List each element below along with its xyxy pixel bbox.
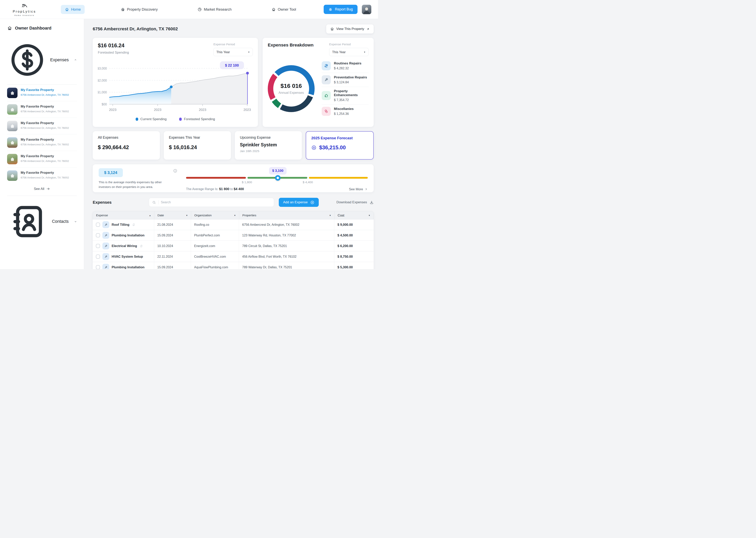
breakdown-item-miscellanies: Miscellanies $ 1,254.36 xyxy=(322,104,368,118)
row-checkbox[interactable] xyxy=(96,254,100,259)
legend-foretasted-spending: Foretasted Spending xyxy=(179,117,215,121)
dollar-circle-icon xyxy=(7,40,47,80)
breakdown-item-routines: Routines Repairs $ 4,282.32 xyxy=(322,59,368,73)
breakdown-legend: Routines Repairs $ 4,282.32 Preventative… xyxy=(322,59,368,118)
external-link-icon xyxy=(366,27,370,31)
nav-owner-tool[interactable]: Owner Tool xyxy=(267,5,300,14)
table-header: Expense▲ Date▼ Organization▼ Properties▼… xyxy=(93,211,374,219)
svg-text:$ 22 100: $ 22 100 xyxy=(225,63,239,67)
table-row[interactable]: HVAC System Setup 22.11.2024 CoolBreezeH… xyxy=(93,251,374,262)
table-row[interactable]: Electrical Wiring 10.10.2024 EnergizeIt.… xyxy=(93,241,374,251)
property-thumbnail xyxy=(7,104,18,115)
table-row[interactable]: Plumbing Installation 15.09.2024 PlumbPe… xyxy=(93,230,374,241)
gavel-icon xyxy=(102,264,109,269)
house-icon xyxy=(330,27,334,31)
report-bug-button[interactable]: Report Bug xyxy=(324,5,357,14)
table-row[interactable]: Roof Tilling 21.08.2024 Roofing.co 6756 … xyxy=(93,219,374,230)
see-more-link[interactable]: See More xyxy=(349,188,368,191)
chevron-down-icon[interactable] xyxy=(74,219,77,224)
property-thumbnail xyxy=(7,170,18,181)
range-min-label: $ 1,800 xyxy=(242,181,252,184)
sidebar: Owner Dashboard Expenses My Favorite Pro… xyxy=(0,19,84,269)
add-expense-button[interactable]: Add an Expense xyxy=(279,198,319,207)
legend-swatch-purple xyxy=(179,118,182,121)
nav-property-discovery[interactable]: Property Discovery xyxy=(117,5,162,14)
row-checkbox[interactable] xyxy=(96,244,100,248)
see-all-link[interactable]: See All xyxy=(7,187,77,191)
sidebar-property-item[interactable]: My Favorite Property 6756 Ambercrest Dr,… xyxy=(7,167,77,184)
repair-sync-icon xyxy=(322,61,331,70)
expenses-table-section: Expenses Add an Expense Download Expense… xyxy=(93,198,374,269)
row-checkbox[interactable] xyxy=(96,265,100,269)
recurring-icon xyxy=(132,223,135,226)
svg-text:$3,000: $3,000 xyxy=(98,67,107,70)
brand-logo[interactable]: PropLytics Home Investors xyxy=(7,3,42,16)
page-title: 6756 Ambercrest Dr, Arlington, TX 76002 xyxy=(93,27,178,31)
gavel-icon xyxy=(322,75,331,84)
table-row[interactable]: Plumbing Installation 15.09.2024 AquaFlo… xyxy=(93,262,374,269)
average-description: This is the average monthly expenses by … xyxy=(99,180,168,189)
column-header-expense[interactable]: Expense▲ xyxy=(93,211,154,219)
svg-text:2023: 2023 xyxy=(109,108,117,112)
bug-icon xyxy=(328,7,333,11)
range-slider-handle[interactable] xyxy=(275,175,281,181)
download-expenses-button[interactable]: Download Expenses xyxy=(336,200,374,204)
main-content: 6756 Ambercrest Dr, Arlington, TX 76002 … xyxy=(84,19,378,269)
breakdown-item-preventative: Preventative Repairs $ 3,124.84 xyxy=(322,73,368,87)
row-checkbox[interactable] xyxy=(96,223,100,227)
house-bars-icon xyxy=(7,26,12,31)
dropdown-caret-icon: ▼ xyxy=(364,51,366,53)
sidebar-owner-dashboard[interactable]: Owner Dashboard xyxy=(7,26,77,31)
upcoming-expense-card: Upcoming Expense Sprinkler System Jan 16… xyxy=(235,131,302,160)
expense-forecast-card[interactable]: 2025 Expense Forecast $36,215.00 xyxy=(306,131,374,160)
expense-period-select[interactable]: This Year ▼ xyxy=(329,48,368,56)
chevron-right-icon xyxy=(365,188,368,191)
gavel-icon xyxy=(102,232,109,239)
slider-segment xyxy=(186,177,246,179)
expenses-donut-chart: $16 016 Annual Expenses xyxy=(268,65,314,112)
row-checkbox[interactable] xyxy=(96,233,100,238)
svg-text:$00: $00 xyxy=(102,103,107,106)
expense-period-select[interactable]: This Year ▼ xyxy=(213,48,253,56)
expense-period-label: Expense Period xyxy=(329,42,368,46)
sidebar-property-item[interactable]: My Favorite Property 6756 Ambercrest Dr,… xyxy=(7,101,77,118)
download-icon xyxy=(369,200,374,204)
all-expenses-card: All Expenses $ 290,664.42 xyxy=(93,131,160,160)
sidebar-section-expenses[interactable]: Expenses xyxy=(7,40,77,80)
column-header-cost[interactable]: Cost▼ xyxy=(335,211,373,219)
nav-market-research[interactable]: Market Research xyxy=(194,5,235,14)
search-input[interactable] xyxy=(161,200,271,204)
home-icon xyxy=(65,7,69,12)
recurring-icon xyxy=(140,244,143,247)
average-range-text: The Average Range Is: $1 800 to $4 400 xyxy=(186,187,244,191)
property-thumbnail xyxy=(7,137,18,148)
spending-subtitle: Foretasted Spending xyxy=(98,51,129,55)
column-header-organization[interactable]: Organization▼ xyxy=(191,211,239,219)
sidebar-section-contacts[interactable]: Contacts xyxy=(7,200,77,243)
expense-period-label: Expense Period xyxy=(213,42,253,46)
column-header-properties[interactable]: Properties▼ xyxy=(239,211,335,219)
table-heading: Expenses xyxy=(93,200,132,205)
view-property-button[interactable]: View This Property xyxy=(326,25,374,33)
column-header-date[interactable]: Date▼ xyxy=(154,211,191,219)
divider xyxy=(158,200,159,204)
gavel-icon xyxy=(102,253,109,260)
sort-desc-icon: ▼ xyxy=(186,214,188,217)
nav-home[interactable]: Home xyxy=(61,5,85,14)
sidebar-property-item[interactable]: My Favorite Property 6756 Ambercrest Dr,… xyxy=(7,118,77,134)
property-list: My Favorite Property 6756 Ambercrest Dr,… xyxy=(7,85,77,184)
donut-center-amount: $16 016 xyxy=(281,82,302,89)
spending-amount: $16 016.24 xyxy=(98,42,129,49)
info-icon[interactable] xyxy=(173,169,177,173)
spending-card: $16 016.24 Foretasted Spending Expense P… xyxy=(93,38,258,127)
donut-center-label: Annual Expenses xyxy=(279,91,304,94)
house-search-icon xyxy=(121,7,125,12)
sidebar-property-item[interactable]: My Favorite Property 6756 Ambercrest Dr,… xyxy=(7,85,77,101)
chevron-up-icon[interactable] xyxy=(74,58,77,62)
sidebar-property-item[interactable]: My Favorite Property 6756 Ambercrest Dr,… xyxy=(7,151,77,167)
plus-circle-icon xyxy=(310,200,314,204)
person-icon xyxy=(362,6,371,14)
breakdown-item-enhancements: Property Enhancements $ 7,354.72 xyxy=(322,87,368,104)
user-avatar[interactable] xyxy=(362,5,371,14)
sidebar-property-item[interactable]: My Favorite Property 6756 Ambercrest Dr,… xyxy=(7,134,77,151)
